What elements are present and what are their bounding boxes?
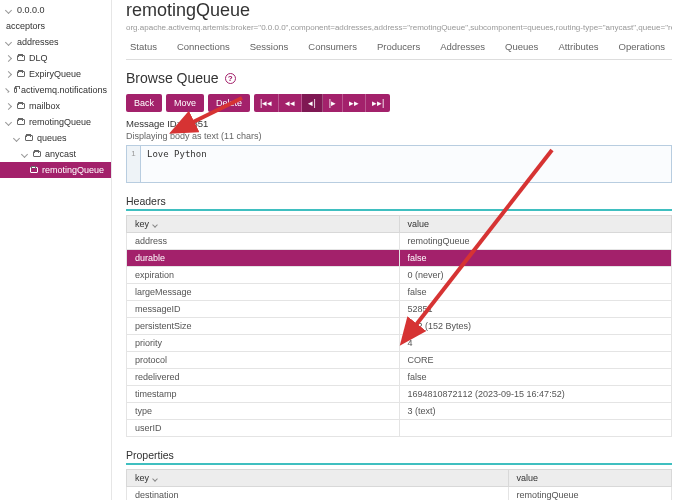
value-cell: 52851 — [399, 301, 672, 318]
key-cell: redelivered — [127, 369, 400, 386]
value-cell: false — [399, 369, 672, 386]
table-row[interactable]: type3 (text) — [127, 403, 672, 420]
key-cell: protocol — [127, 352, 400, 369]
key-cell: priority — [127, 335, 400, 352]
key-cell: largeMessage — [127, 284, 400, 301]
props-value-col[interactable]: value — [508, 470, 672, 487]
sort-icon — [152, 476, 158, 482]
fastfwd-icon: ▸▸ — [349, 98, 359, 108]
delete-button[interactable]: Delete — [208, 94, 250, 112]
key-cell: durable — [127, 250, 400, 267]
first-button[interactable]: |◂◂ — [254, 94, 279, 112]
help-icon[interactable]: ? — [225, 73, 236, 84]
headers-value-col[interactable]: value — [399, 216, 672, 233]
prev-button[interactable]: ◂◂ — [279, 94, 302, 112]
tab-producers[interactable]: Producers — [373, 39, 424, 59]
table-row[interactable]: largeMessagefalse — [127, 284, 672, 301]
table-row[interactable]: redeliveredfalse — [127, 369, 672, 386]
table-row[interactable]: messageID52851 — [127, 301, 672, 318]
key-cell: persistentSize — [127, 318, 400, 335]
back-button[interactable]: Back — [126, 94, 162, 112]
table-row[interactable]: durablefalse — [127, 250, 672, 267]
tab-attributes[interactable]: Attributes — [554, 39, 602, 59]
tab-consumers[interactable]: Consumers — [304, 39, 361, 59]
rewind-icon: ◂◂ — [285, 98, 295, 108]
table-row[interactable]: userID — [127, 420, 672, 437]
last-button[interactable]: ▸▸| — [366, 94, 390, 112]
tree-item-queues[interactable]: queues — [0, 130, 111, 146]
step-back-icon: ◂| — [308, 98, 315, 108]
key-cell: type — [127, 403, 400, 420]
tab-addresses[interactable]: Addresses — [436, 39, 489, 59]
browse-toolbar: Back Move Delete |◂◂ ◂◂ ◂| |▸ ▸▸ ▸▸| — [126, 94, 672, 112]
table-row[interactable]: priority4 — [127, 335, 672, 352]
tab-operations[interactable]: Operations — [615, 39, 669, 59]
tree-item-mailbox[interactable]: mailbox — [0, 98, 111, 114]
tree-item-notifications[interactable]: activemq.notifications — [0, 82, 111, 98]
headers-table: key value addressremotingQueuedurablefal… — [126, 215, 672, 437]
message-id: Message ID: 52851 — [126, 118, 672, 129]
folder-icon — [30, 167, 38, 173]
tree-item-expiry[interactable]: ExpiryQueue — [0, 66, 111, 82]
props-title: Properties — [126, 449, 672, 461]
tab-bar: Status Connections Sessions Consumers Pr… — [126, 39, 672, 60]
value-cell: CORE — [399, 352, 672, 369]
value-cell: remotingQueue — [399, 233, 672, 250]
tree-item-remoting[interactable]: remotingQueue — [0, 114, 111, 130]
key-cell: destination — [127, 487, 509, 501]
tab-sessions[interactable]: Sessions — [246, 39, 293, 59]
tree-item-acceptors[interactable]: acceptors — [0, 18, 111, 34]
table-row[interactable]: protocolCORE — [127, 352, 672, 369]
tree-item-dlq[interactable]: DLQ — [0, 50, 111, 66]
tree-item-anycast[interactable]: anycast — [0, 146, 111, 162]
props-key-col[interactable]: key — [127, 470, 509, 487]
line-gutter: 1 — [127, 146, 141, 182]
folder-icon — [17, 119, 25, 125]
sort-icon — [152, 222, 158, 228]
jmx-breadcrumb: org.apache.activemq.artemis:broker="0.0.… — [126, 23, 672, 33]
props-table: key value destinationremotingQueue — [126, 469, 672, 500]
key-cell: messageID — [127, 301, 400, 318]
table-row[interactable]: destinationremotingQueue — [127, 487, 672, 501]
step-fwd-icon: |▸ — [329, 98, 336, 108]
tab-queues[interactable]: Queues — [501, 39, 542, 59]
value-cell: 1694810872112 (2023-09-15 16:47:52) — [399, 386, 672, 403]
key-cell: timestamp — [127, 386, 400, 403]
value-cell: false — [399, 284, 672, 301]
table-row[interactable]: persistentSize152 (152 Bytes) — [127, 318, 672, 335]
step-back-button[interactable]: ◂| — [302, 94, 322, 112]
folder-icon — [14, 87, 17, 93]
body-label: Displaying body as text (11 chars) — [126, 131, 672, 141]
browse-title: Browse Queue ? — [126, 70, 672, 86]
body-content: Love Python — [141, 146, 213, 182]
key-cell: userID — [127, 420, 400, 437]
value-cell: remotingQueue — [508, 487, 672, 501]
value-cell: 0 (never) — [399, 267, 672, 284]
main-content: remotingQueue org.apache.activemq.artemi… — [112, 0, 682, 500]
page-title: remotingQueue — [126, 0, 672, 21]
skip-last-icon: ▸▸| — [372, 98, 384, 108]
folder-icon — [17, 103, 25, 109]
headers-divider — [126, 209, 672, 211]
step-fwd-button[interactable]: |▸ — [323, 94, 343, 112]
value-cell: false — [399, 250, 672, 267]
headers-key-col[interactable]: key — [127, 216, 400, 233]
tree-item-remoting-queue-active[interactable]: remotingQueue — [0, 162, 111, 178]
move-button[interactable]: Move — [166, 94, 204, 112]
value-cell — [399, 420, 672, 437]
value-cell: 3 (text) — [399, 403, 672, 420]
next-button[interactable]: ▸▸ — [343, 94, 366, 112]
table-row[interactable]: expiration0 (never) — [127, 267, 672, 284]
skip-first-icon: |◂◂ — [260, 98, 272, 108]
props-divider — [126, 463, 672, 465]
value-cell: 4 — [399, 335, 672, 352]
tab-connections[interactable]: Connections — [173, 39, 234, 59]
table-row[interactable]: addressremotingQueue — [127, 233, 672, 250]
headers-title: Headers — [126, 195, 672, 207]
folder-icon — [17, 71, 25, 77]
tree-sidebar: 0.0.0.0 acceptors addresses DLQ ExpiryQu… — [0, 0, 112, 500]
tree-item-addresses[interactable]: addresses — [0, 34, 111, 50]
tab-status[interactable]: Status — [126, 39, 161, 59]
table-row[interactable]: timestamp1694810872112 (2023-09-15 16:47… — [127, 386, 672, 403]
tree-item-root[interactable]: 0.0.0.0 — [0, 2, 111, 18]
